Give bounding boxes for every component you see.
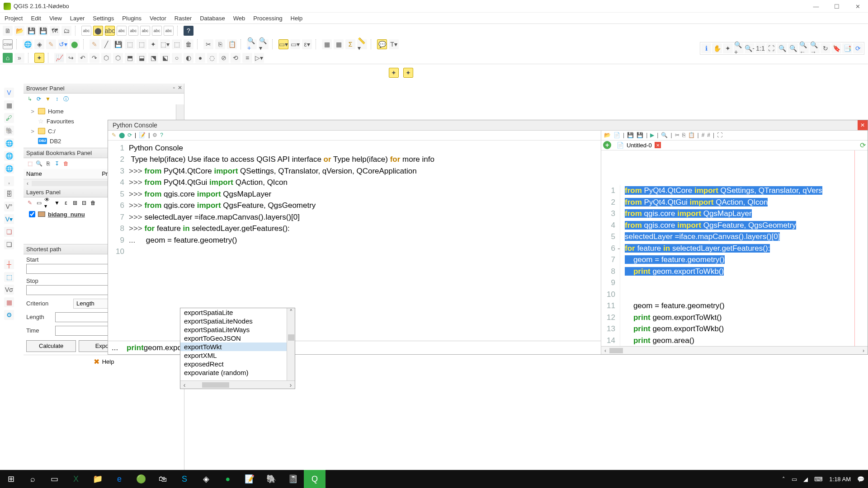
node-tool-icon[interactable]: ✦ [148,39,158,49]
remove-layer-icon[interactable]: 🗑 [90,199,97,206]
menu-edit[interactable]: Edit [31,15,41,22]
autocomplete-item[interactable]: exportSpatiaLiteNodes [180,317,295,325]
delete-bookmark-icon[interactable]: 🗑 [62,160,70,167]
new-bookmark-icon[interactable]: 🔖 [831,43,841,53]
autocomplete-item[interactable]: exportSpatiaLiteWays [180,325,295,334]
add-feature-icon[interactable]: ⬚ [125,39,135,49]
new-script-icon[interactable]: 📄 [613,132,620,138]
zoom-bookmark-icon[interactable]: 🔍 [35,160,42,167]
minimize-button[interactable]: — [806,0,826,13]
label-icon3[interactable]: abc [140,26,150,36]
del-ring-icon[interactable]: ◌ [207,53,217,63]
move-feature-icon[interactable]: ⬚ [137,39,146,49]
undo2-icon[interactable]: ↶ [78,53,88,63]
field-calc-icon[interactable]: ▦ [334,39,344,49]
expand-all-icon[interactable]: ⊞ [71,199,79,206]
label-icon[interactable]: abc [117,26,127,36]
refresh-browser-icon[interactable]: ⟳ [35,95,42,103]
editor-hscroll[interactable]: ‹› [601,346,868,354]
collapse-icon[interactable]: ↕ [53,95,61,103]
search-icon[interactable]: ⌕ [22,470,43,488]
editor-tab[interactable]: 📄 Untitled-0 ✕ [613,140,665,150]
new-tab-button[interactable]: + [603,141,611,149]
zoom-selection-icon[interactable]: 🔍 [777,43,787,53]
layer-name[interactable]: bidang_nunu [48,211,85,218]
yellow-plugin-icon[interactable]: ✦ [34,53,44,63]
help-toolbar-icon[interactable]: ? [184,26,193,36]
add-bookmark-icon[interactable]: ⬚ [26,160,33,167]
notepad-icon[interactable]: 📝 [239,470,260,488]
edit-pencil-icon[interactable]: ✎ [90,39,99,49]
identify-icon[interactable]: ℹ [701,43,711,53]
clock[interactable]: 1:18 AM [829,476,851,483]
open-script-icon[interactable]: 📂 [604,132,611,138]
reshape-icon[interactable]: ⬔ [148,53,158,63]
python-console-title[interactable]: Python Console ✕ [108,120,868,131]
save-as-icon[interactable]: 💾 [38,26,48,36]
edit-line-icon[interactable]: ╱ [101,39,111,49]
csw-icon[interactable]: CSW [3,39,13,49]
close-button[interactable]: ✕ [847,0,868,13]
text-annotation-icon[interactable]: T▾ [389,39,399,49]
zoom-out-icon[interactable]: 🔍- [745,43,755,53]
add-vector-icon[interactable]: V [4,88,14,98]
zoom-native-icon[interactable]: 1:1 [755,43,765,53]
delete-icon[interactable]: ⬚ [172,39,182,49]
collapse-all-icon[interactable]: ⊟ [80,199,88,206]
save-edits-icon[interactable]: 💾 [113,39,123,49]
help-button[interactable]: ✖Help [24,355,184,368]
add-wcs-icon[interactable]: 🌐 [4,151,14,161]
tab-close-button[interactable]: ✕ [655,142,661,148]
save-as-script-icon[interactable]: 💾 [637,132,643,138]
pan-selection-icon[interactable]: ✦ [723,43,733,53]
add-layer-icon[interactable]: ↳ [26,95,33,103]
menu-settings[interactable]: Settings [93,15,114,22]
processing-icon[interactable]: ⚙ [4,310,14,320]
comment-icon[interactable]: # [702,132,705,138]
wifi-icon[interactable]: ◢ [803,476,808,483]
style-icon[interactable]: ✎ [26,199,33,206]
task-view-icon[interactable]: ▭ [43,470,65,488]
add-group-icon[interactable]: ▭ [35,199,42,206]
filter-layers-icon[interactable]: ▼ [53,199,61,206]
rotate-icon[interactable]: ⟲ [231,53,241,63]
add-mssql-icon[interactable]: 🗄 [4,189,14,199]
reload-tab-icon[interactable]: ⟳ [860,141,866,150]
pan-icon[interactable]: ✋ [712,43,722,53]
zoom-layer-icon[interactable]: 🔍 [788,43,798,53]
globe-icon[interactable]: 🌐 [23,39,33,49]
excel-icon[interactable]: X [65,470,87,488]
sql-icon[interactable]: ⬤ [70,39,80,49]
menu-database[interactable]: Database [200,15,225,22]
settings-icon[interactable]: ⚙ [152,132,157,138]
show-editor-icon[interactable]: 📝 [139,132,146,138]
panel-dock-icon[interactable]: ▫ [173,84,175,91]
keyboard-icon[interactable]: ⌨ [814,476,823,483]
panel-close-icon[interactable]: ✕ [178,84,182,91]
spotify-icon[interactable]: ● [217,470,239,488]
new-project-icon[interactable]: 🗎 [3,26,13,36]
plugin-yellow2-icon[interactable]: ✦ [403,68,413,78]
visibility-icon[interactable]: 👁▾ [44,199,52,206]
undo-dropdown-icon[interactable]: ↺▾ [58,39,68,49]
offset-icon[interactable]: ⬕ [160,53,170,63]
autocomplete-item[interactable]: exportToWkt [180,343,295,351]
import-class-icon[interactable]: ⬤ [119,132,125,138]
copy-bookmark-icon[interactable]: ⎘ [44,160,52,167]
expr-filter-icon[interactable]: ε [62,199,70,206]
autocomplete-vscroll[interactable]: ˄ [287,308,295,380]
store-icon[interactable]: 🛍 [152,470,174,488]
chrome-icon[interactable]: 🟢 [130,470,152,488]
uncomment-icon[interactable]: # [707,132,710,138]
stats-icon[interactable]: Σ [345,39,355,49]
add-virtual-icon[interactable]: V▾ [4,214,14,224]
browser-panel-header[interactable]: Browser Panel ▫ ✕ [24,84,184,94]
measure-icon[interactable]: 📏▾ [357,39,367,49]
simplify-icon[interactable]: ≡ [242,53,252,63]
evernote-icon[interactable]: 📓 [282,470,304,488]
zoom-dropdown-icon[interactable]: 🔍▾ [259,39,269,49]
menu-web[interactable]: Web [233,15,245,22]
zoom-in2-icon[interactable]: 🔍+ [734,43,744,53]
cut-editor-icon[interactable]: ✂ [675,132,679,138]
skype-icon[interactable]: S [174,470,195,488]
